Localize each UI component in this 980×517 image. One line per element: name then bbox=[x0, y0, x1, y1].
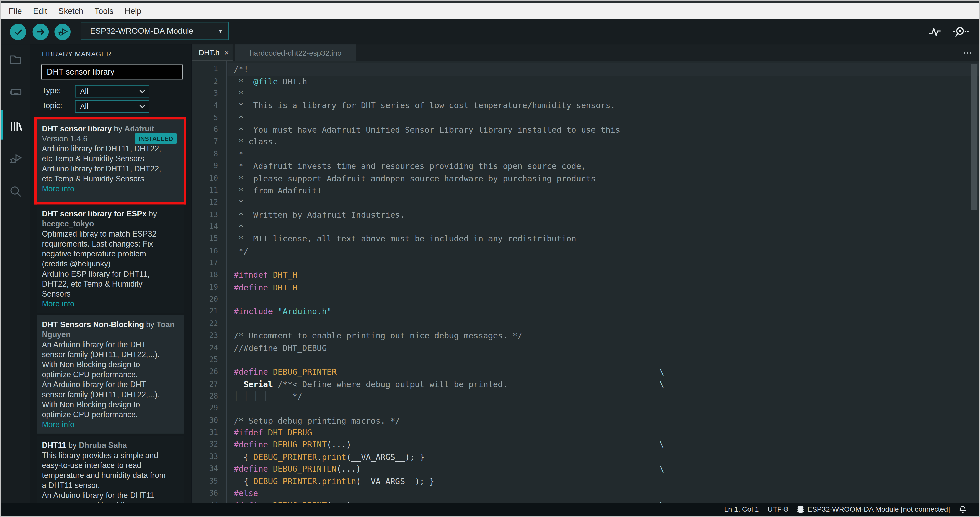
code-editor[interactable]: 1234567891011121314151617181920212223242… bbox=[192, 61, 979, 503]
folder-icon bbox=[9, 53, 22, 66]
library-entry[interactable]: DHT11 by Dhruba SahaThis library provide… bbox=[37, 436, 184, 503]
version-label: Version 1.4.6 bbox=[42, 134, 88, 143]
sidebar-item-library-manager[interactable] bbox=[1, 112, 30, 141]
notifications-button[interactable] bbox=[959, 505, 967, 514]
line-number: 22 bbox=[192, 318, 226, 330]
line-number: 4 bbox=[192, 100, 226, 112]
sidebar-item-debug[interactable] bbox=[1, 144, 30, 173]
code-line: * bbox=[228, 112, 979, 124]
chevron-down-icon bbox=[140, 104, 145, 108]
menu-item-edit[interactable]: Edit bbox=[27, 6, 53, 16]
scrollbar-thumb[interactable] bbox=[971, 64, 978, 209]
code-line: * You must have Adafruit Unified Sensor … bbox=[228, 124, 979, 136]
status-bar: Ln 1, Col 1 UTF-8 ESP32-WROOM-DA Module … bbox=[1, 503, 979, 516]
line-number: 14 bbox=[192, 221, 226, 233]
library-entry-title: DHT11 by Dhruba Saha bbox=[42, 440, 179, 450]
line-number: 12 bbox=[192, 196, 226, 209]
tab-dht-h[interactable]: DHT.h ✕ bbox=[192, 45, 232, 61]
more-actions-icon[interactable] bbox=[963, 52, 971, 53]
board-selector[interactable]: ESP32-WROOM-DA Module ▾ bbox=[81, 22, 229, 40]
line-number: 37 bbox=[192, 499, 226, 503]
library-version: Version 1.4.6INSTALLED bbox=[42, 134, 179, 144]
type-filter-select[interactable]: All bbox=[75, 85, 150, 97]
menu-item-file[interactable]: File bbox=[3, 6, 27, 16]
by-label: by bbox=[146, 209, 157, 218]
code-line: { DEBUG_PRINTER.print(__VA_ARGS__); } bbox=[228, 451, 979, 463]
menu-item-tools[interactable]: Tools bbox=[89, 6, 119, 16]
more-info-link[interactable]: More info bbox=[42, 299, 179, 309]
library-name: DHT11 bbox=[42, 441, 66, 449]
board-status[interactable]: ESP32-WROOM-DA Module [not connected] bbox=[797, 505, 950, 514]
menu-item-sketch[interactable]: Sketch bbox=[53, 6, 89, 16]
more-info-link[interactable]: More info bbox=[42, 420, 179, 429]
by-label: by bbox=[66, 441, 79, 449]
line-number: 6 bbox=[192, 124, 226, 136]
close-icon[interactable]: ✕ bbox=[224, 49, 229, 56]
library-description-line: DHT22, etc Temp & Humidity bbox=[42, 279, 179, 289]
code-line: */ bbox=[228, 245, 979, 257]
upload-button[interactable] bbox=[32, 24, 49, 40]
library-description-line: An Arduino library for the DHT11 bbox=[42, 490, 179, 500]
line-number: 16 bbox=[192, 245, 226, 257]
line-number: 3 bbox=[192, 88, 226, 99]
sidebar-item-search[interactable] bbox=[1, 177, 30, 206]
code-line: * bbox=[228, 221, 979, 233]
library-description-line: negative temperature problem bbox=[42, 249, 179, 258]
library-entry[interactable]: DHT sensor library by AdafruitVersion 1.… bbox=[37, 119, 184, 202]
chip-icon bbox=[797, 505, 804, 514]
code-line: * This is a library for DHT series of lo… bbox=[228, 100, 979, 112]
sidebar-item-sketchbook[interactable] bbox=[1, 45, 30, 74]
library-description-line: With Non-Blocking design to bbox=[42, 399, 179, 409]
line-number: 9 bbox=[192, 160, 226, 172]
library-description-line: This library provides a simple and bbox=[42, 450, 179, 460]
code-line: /* Setup debug printing macros. */ bbox=[228, 415, 979, 427]
menu-bar: FileEditSketchToolsHelp bbox=[1, 3, 979, 19]
code-line bbox=[228, 294, 979, 305]
line-number: 19 bbox=[192, 281, 226, 294]
serial-monitor-icon bbox=[953, 26, 969, 38]
menu-item-help[interactable]: Help bbox=[119, 6, 147, 16]
debug-button[interactable] bbox=[54, 24, 71, 40]
library-search-input[interactable] bbox=[41, 64, 183, 79]
code-line: #define DEBUG_PRINTLN(...)\ bbox=[228, 463, 979, 475]
chevron-down-icon bbox=[140, 89, 145, 93]
line-number: 34 bbox=[192, 463, 226, 475]
library-entry[interactable]: DHT sensor library for ESPx by beegee_to… bbox=[37, 204, 184, 312]
search-icon bbox=[9, 184, 22, 198]
more-info-link[interactable]: More info bbox=[42, 184, 179, 194]
line-number: 15 bbox=[192, 233, 226, 245]
code-line bbox=[228, 318, 979, 330]
panel-title: LIBRARY MANAGER bbox=[42, 50, 111, 57]
line-number: 13 bbox=[192, 209, 226, 221]
library-description-line: sensor family (DHT11, DHT22,...). bbox=[42, 389, 179, 399]
code-line: #define DEBUG_PRINT(...)\ bbox=[228, 439, 979, 451]
line-number: 28 bbox=[192, 391, 226, 402]
serial-monitor-button[interactable] bbox=[953, 26, 969, 38]
tab-sketch-ino[interactable]: hardcoded-dht22-esp32.ino bbox=[235, 45, 356, 61]
line-number: 23 bbox=[192, 330, 226, 342]
library-description-line: etc Temp & Humidity Sensors bbox=[42, 154, 179, 164]
line-number: 11 bbox=[192, 185, 226, 196]
code-line: #define DEBUG_PRINTER\ bbox=[228, 366, 979, 378]
bug-play-icon bbox=[57, 27, 68, 37]
verify-button[interactable] bbox=[10, 24, 26, 40]
topic-filter-value: All bbox=[80, 102, 89, 110]
library-entry-title: DHT Sensors Non-Blocking by Toan Nguyen bbox=[42, 319, 179, 339]
line-number-gutter: 1234567891011121314151617181920212223242… bbox=[192, 61, 227, 503]
code-line: #define DEBUG_PRINT(...)\ bbox=[228, 499, 979, 503]
library-entry-title: DHT sensor library for ESPx by beegee_to… bbox=[42, 209, 179, 229]
installed-badge: INSTALLED bbox=[135, 133, 177, 144]
library-description-line: sensor family (DHT11, DHT22,...). bbox=[42, 349, 179, 359]
library-entry[interactable]: DHT Sensors Non-Blocking by Toan NguyenA… bbox=[37, 315, 184, 433]
sidebar-item-boards-manager[interactable] bbox=[1, 78, 30, 107]
line-number: 29 bbox=[192, 402, 226, 415]
library-name: DHT sensor library for ESPx bbox=[42, 209, 146, 218]
tab-label: DHT.h bbox=[199, 48, 220, 57]
tab-label: hardcoded-dht22-esp32.ino bbox=[250, 48, 342, 57]
serial-plotter-button[interactable] bbox=[928, 26, 941, 38]
code-line: │ │ │ │ */ bbox=[228, 391, 979, 402]
board-status-label: ESP32-WROOM-DA Module [not connected] bbox=[807, 506, 950, 513]
code-line: * Adafruit invests time and resources pr… bbox=[228, 160, 979, 172]
topic-filter-select[interactable]: All bbox=[75, 100, 150, 112]
board-icon bbox=[8, 85, 23, 99]
